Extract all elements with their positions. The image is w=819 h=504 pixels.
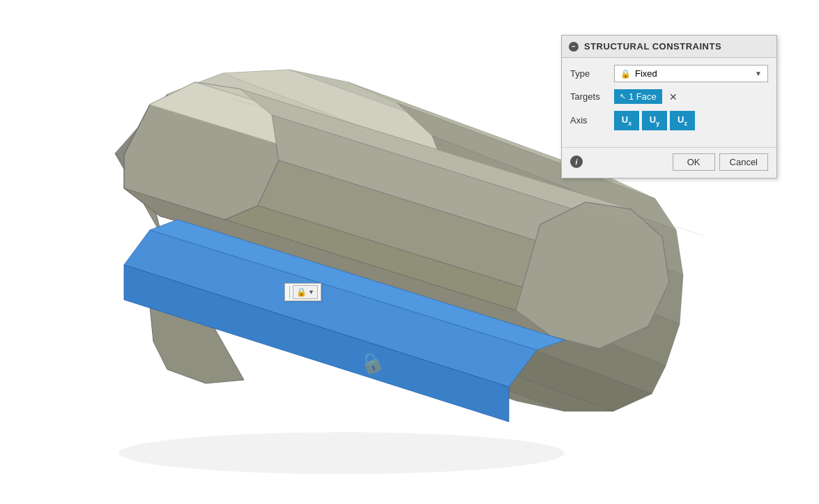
type-select-content: 🔒 Fixed (620, 68, 657, 79)
lock-toolbar-button[interactable]: 🔒 ▼ (293, 285, 318, 299)
cursor-icon: ↖ (620, 92, 626, 101)
toolbar-divider (289, 286, 290, 298)
axis-uy-button[interactable]: Uy (642, 111, 667, 130)
footer-buttons: OK Cancel (673, 153, 768, 171)
panel-body: Type 🔒 Fixed ▼ Targets ↖ 1 Face ✕ (562, 58, 776, 144)
type-label: Type (570, 68, 608, 79)
ok-button[interactable]: OK (673, 153, 715, 171)
axis-label: Axis (570, 115, 608, 125)
lock-icon: 🔒 (296, 287, 307, 297)
targets-badge[interactable]: ↖ 1 Face (614, 89, 662, 104)
panel-minimize-icon[interactable]: − (569, 42, 579, 52)
structural-constraints-panel: − STRUCTURAL CONSTRAINTS Type 🔒 Fixed ▼ … (561, 35, 777, 178)
axis-ux-button[interactable]: Ux (614, 111, 639, 130)
type-dropdown[interactable]: 🔒 Fixed ▼ (614, 65, 768, 82)
axis-buttons-group: Ux Uy Uz (614, 111, 695, 130)
type-row: Type 🔒 Fixed ▼ (570, 65, 768, 82)
mini-toolbar: 🔒 ▼ (284, 283, 321, 301)
viewport: 🔒 🔒 ▼ − STRUCTURAL CONSTRAINTS Type 🔒 Fi… (0, 0, 819, 504)
type-dropdown-arrow-icon: ▼ (755, 70, 762, 77)
panel-footer: i OK Cancel (562, 147, 776, 178)
targets-row: Targets ↖ 1 Face ✕ (570, 89, 768, 104)
type-value: Fixed (635, 68, 657, 79)
axis-uz-button[interactable]: Uz (670, 111, 695, 130)
panel-header: − STRUCTURAL CONSTRAINTS (562, 36, 776, 58)
type-lock-icon: 🔒 (620, 69, 631, 79)
targets-value: 1 Face (629, 91, 657, 102)
dropdown-arrow-icon: ▼ (308, 289, 314, 296)
targets-clear-button[interactable]: ✕ (668, 91, 679, 102)
axis-row: Axis Ux Uy Uz (570, 111, 768, 130)
info-button[interactable]: i (570, 155, 583, 168)
svg-point-0 (118, 432, 565, 474)
cancel-button[interactable]: Cancel (719, 153, 768, 171)
panel-title: STRUCTURAL CONSTRAINTS (584, 41, 721, 52)
targets-label: Targets (570, 91, 608, 102)
